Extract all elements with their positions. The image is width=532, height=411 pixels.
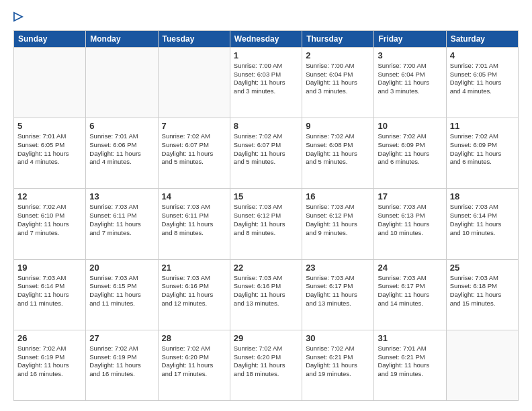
day-number: 26: [17, 333, 82, 343]
day-number: 28: [162, 333, 226, 343]
day-cell: [14, 47, 86, 118]
day-number: 2: [306, 50, 370, 60]
day-info: Sunrise: 7:01 AM Sunset: 6:21 PM Dayligh…: [378, 345, 442, 379]
day-cell: 21Sunrise: 7:03 AM Sunset: 6:16 PM Dayli…: [158, 259, 230, 330]
calendar-table: SundayMondayTuesdayWednesdayThursdayFrid…: [13, 30, 519, 401]
day-cell: 14Sunrise: 7:03 AM Sunset: 6:11 PM Dayli…: [158, 189, 230, 259]
day-number: 22: [234, 263, 298, 273]
day-cell: 31Sunrise: 7:01 AM Sunset: 6:21 PM Dayli…: [374, 330, 446, 400]
day-cell: 10Sunrise: 7:02 AM Sunset: 6:09 PM Dayli…: [374, 118, 446, 189]
weekday-monday: Monday: [86, 30, 158, 47]
day-info: Sunrise: 7:03 AM Sunset: 6:16 PM Dayligh…: [162, 274, 226, 308]
week-row-1: 1Sunrise: 7:00 AM Sunset: 6:03 PM Daylig…: [14, 47, 519, 118]
week-row-5: 26Sunrise: 7:02 AM Sunset: 6:19 PM Dayli…: [14, 330, 519, 400]
day-number: 10: [378, 121, 442, 131]
day-number: 14: [162, 191, 226, 201]
day-info: Sunrise: 7:03 AM Sunset: 6:13 PM Dayligh…: [378, 203, 442, 237]
day-cell: 5Sunrise: 7:01 AM Sunset: 6:05 PM Daylig…: [14, 118, 86, 189]
day-info: Sunrise: 7:03 AM Sunset: 6:16 PM Dayligh…: [234, 274, 298, 308]
header: ▷: [13, 10, 519, 24]
day-info: Sunrise: 7:03 AM Sunset: 6:14 PM Dayligh…: [17, 274, 82, 308]
day-info: Sunrise: 7:03 AM Sunset: 6:12 PM Dayligh…: [306, 203, 370, 237]
day-cell: 18Sunrise: 7:03 AM Sunset: 6:14 PM Dayli…: [446, 189, 518, 259]
day-cell: 17Sunrise: 7:03 AM Sunset: 6:13 PM Dayli…: [374, 189, 446, 259]
day-number: 5: [17, 121, 82, 131]
day-number: 18: [450, 191, 515, 201]
day-number: 31: [378, 333, 442, 343]
day-number: 12: [17, 191, 82, 201]
day-cell: 19Sunrise: 7:03 AM Sunset: 6:14 PM Dayli…: [14, 259, 86, 330]
day-info: Sunrise: 7:01 AM Sunset: 6:05 PM Dayligh…: [17, 132, 82, 167]
day-number: 4: [450, 50, 515, 60]
day-number: 21: [162, 263, 226, 273]
day-number: 29: [234, 333, 298, 343]
day-info: Sunrise: 7:02 AM Sunset: 6:20 PM Dayligh…: [234, 345, 298, 379]
page: ▷ SundayMondayTuesdayWednesdayThursdayFr…: [0, 0, 532, 411]
day-number: 1: [234, 50, 298, 60]
day-cell: 25Sunrise: 7:03 AM Sunset: 6:18 PM Dayli…: [446, 259, 518, 330]
day-info: Sunrise: 7:00 AM Sunset: 6:04 PM Dayligh…: [378, 62, 442, 96]
day-cell: 3Sunrise: 7:00 AM Sunset: 6:04 PM Daylig…: [374, 47, 446, 118]
weekday-wednesday: Wednesday: [230, 30, 302, 47]
day-info: Sunrise: 7:03 AM Sunset: 6:11 PM Dayligh…: [89, 203, 154, 237]
week-row-4: 19Sunrise: 7:03 AM Sunset: 6:14 PM Dayli…: [14, 259, 519, 330]
day-number: 30: [306, 333, 370, 343]
day-number: 16: [306, 191, 370, 201]
day-cell: 7Sunrise: 7:02 AM Sunset: 6:07 PM Daylig…: [158, 118, 230, 189]
day-cell: 8Sunrise: 7:02 AM Sunset: 6:07 PM Daylig…: [230, 118, 302, 189]
day-info: Sunrise: 7:03 AM Sunset: 6:17 PM Dayligh…: [306, 274, 370, 308]
day-cell: 24Sunrise: 7:03 AM Sunset: 6:17 PM Dayli…: [374, 259, 446, 330]
day-cell: 12Sunrise: 7:02 AM Sunset: 6:10 PM Dayli…: [14, 189, 86, 259]
day-info: Sunrise: 7:03 AM Sunset: 6:15 PM Dayligh…: [89, 274, 154, 308]
day-info: Sunrise: 7:02 AM Sunset: 6:10 PM Dayligh…: [17, 203, 82, 237]
day-info: Sunrise: 7:03 AM Sunset: 6:12 PM Dayligh…: [234, 203, 298, 237]
weekday-sunday: Sunday: [14, 30, 86, 47]
day-number: 3: [378, 50, 442, 60]
day-info: Sunrise: 7:03 AM Sunset: 6:17 PM Dayligh…: [378, 274, 442, 308]
day-info: Sunrise: 7:00 AM Sunset: 6:04 PM Dayligh…: [306, 62, 370, 96]
logo-icon-flag: ▷: [13, 9, 23, 23]
day-info: Sunrise: 7:03 AM Sunset: 6:11 PM Dayligh…: [162, 203, 226, 237]
day-number: 17: [378, 191, 442, 201]
day-cell: 20Sunrise: 7:03 AM Sunset: 6:15 PM Dayli…: [86, 259, 158, 330]
day-info: Sunrise: 7:01 AM Sunset: 6:06 PM Dayligh…: [89, 132, 154, 167]
week-row-3: 12Sunrise: 7:02 AM Sunset: 6:10 PM Dayli…: [14, 189, 519, 259]
weekday-thursday: Thursday: [302, 30, 374, 47]
week-row-2: 5Sunrise: 7:01 AM Sunset: 6:05 PM Daylig…: [14, 118, 519, 189]
day-info: Sunrise: 7:02 AM Sunset: 6:09 PM Dayligh…: [378, 132, 442, 167]
day-cell: 27Sunrise: 7:02 AM Sunset: 6:19 PM Dayli…: [86, 330, 158, 400]
weekday-saturday: Saturday: [446, 30, 518, 47]
day-cell: [446, 330, 518, 400]
day-number: 20: [89, 263, 154, 273]
day-info: Sunrise: 7:02 AM Sunset: 6:20 PM Dayligh…: [162, 345, 226, 379]
day-cell: 16Sunrise: 7:03 AM Sunset: 6:12 PM Dayli…: [302, 189, 374, 259]
day-info: Sunrise: 7:02 AM Sunset: 6:09 PM Dayligh…: [450, 132, 515, 167]
day-info: Sunrise: 7:02 AM Sunset: 6:21 PM Dayligh…: [306, 345, 370, 379]
day-cell: 23Sunrise: 7:03 AM Sunset: 6:17 PM Dayli…: [302, 259, 374, 330]
day-info: Sunrise: 7:02 AM Sunset: 6:07 PM Dayligh…: [234, 132, 298, 167]
day-cell: 4Sunrise: 7:01 AM Sunset: 6:05 PM Daylig…: [446, 47, 518, 118]
day-info: Sunrise: 7:03 AM Sunset: 6:18 PM Dayligh…: [450, 274, 515, 308]
day-cell: 13Sunrise: 7:03 AM Sunset: 6:11 PM Dayli…: [86, 189, 158, 259]
day-cell: [158, 47, 230, 118]
day-number: 15: [234, 191, 298, 201]
day-number: 8: [234, 121, 298, 131]
weekday-tuesday: Tuesday: [158, 30, 230, 47]
day-cell: 6Sunrise: 7:01 AM Sunset: 6:06 PM Daylig…: [86, 118, 158, 189]
day-number: 24: [378, 263, 442, 273]
day-number: 11: [450, 121, 515, 131]
day-cell: 9Sunrise: 7:02 AM Sunset: 6:08 PM Daylig…: [302, 118, 374, 189]
day-cell: 28Sunrise: 7:02 AM Sunset: 6:20 PM Dayli…: [158, 330, 230, 400]
day-number: 27: [89, 333, 154, 343]
day-cell: 30Sunrise: 7:02 AM Sunset: 6:21 PM Dayli…: [302, 330, 374, 400]
day-number: 13: [89, 191, 154, 201]
weekday-header-row: SundayMondayTuesdayWednesdayThursdayFrid…: [14, 30, 519, 47]
day-info: Sunrise: 7:03 AM Sunset: 6:14 PM Dayligh…: [450, 203, 515, 237]
day-info: Sunrise: 7:01 AM Sunset: 6:05 PM Dayligh…: [450, 62, 515, 96]
day-number: 9: [306, 121, 370, 131]
day-cell: 11Sunrise: 7:02 AM Sunset: 6:09 PM Dayli…: [446, 118, 518, 189]
day-number: 7: [162, 121, 226, 131]
day-cell: [86, 47, 158, 118]
day-cell: 22Sunrise: 7:03 AM Sunset: 6:16 PM Dayli…: [230, 259, 302, 330]
day-info: Sunrise: 7:00 AM Sunset: 6:03 PM Dayligh…: [234, 62, 298, 96]
